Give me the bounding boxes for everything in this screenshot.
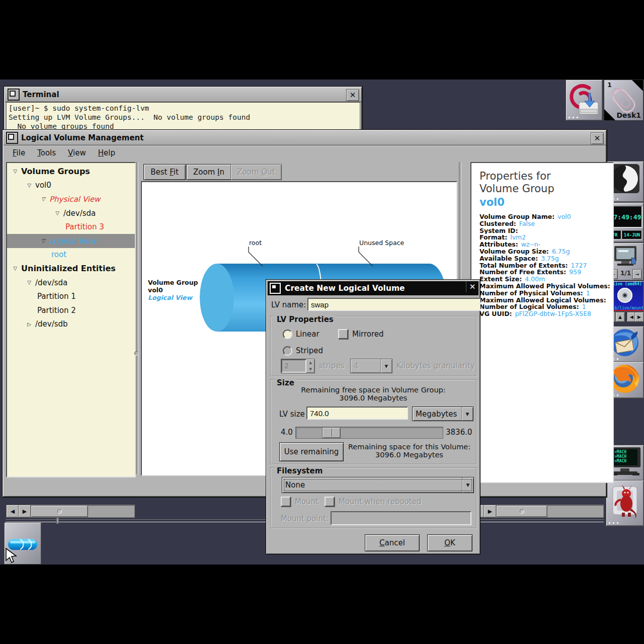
scroll-right-icon[interactable]: ▶ [484, 505, 497, 518]
tree-item[interactable]: ▽ vol0 [7, 179, 135, 193]
property-row: Volume Group Size:6.75g [479, 248, 613, 255]
striped-label[interactable]: Striped [296, 346, 323, 355]
terminal-output[interactable]: [user]~ $ sudo system-config-lvmSetting … [6, 102, 360, 130]
window-menu-icon[interactable] [270, 283, 281, 294]
mount-reboot-checkbox[interactable] [325, 497, 335, 507]
best-fit-button[interactable]: Best Fit [143, 164, 186, 180]
mouse-cursor [5, 547, 18, 565]
tree-item[interactable]: ▽ /dev/sda [7, 276, 135, 290]
property-value: vol0 [557, 213, 571, 220]
lv-properties-frame: LV Properties Linear Mirrored Striped 2 … [270, 316, 476, 376]
zoom-in-button[interactable]: Zoom In [186, 164, 231, 180]
linear-label[interactable]: Linear [296, 330, 319, 339]
expander-icon[interactable]: ▽ [9, 169, 21, 174]
stripes-label: stripes [319, 361, 345, 370]
tree-item-label: Partition 3 [65, 222, 104, 231]
expander-icon[interactable]: ▽ [9, 266, 21, 271]
fvwm-dots [569, 117, 579, 118]
desk-pager[interactable]: 1 Desk1 [604, 79, 643, 121]
clock-date: 14-JUN [622, 230, 642, 239]
scrollbar-thumb[interactable] [496, 505, 547, 517]
scrollbar-thumb[interactable] [31, 505, 88, 517]
tree-item[interactable]: ▽ Logical View [7, 234, 135, 248]
granularity-dropdown[interactable]: 4 ▼ [350, 359, 392, 373]
pager-next-button[interactable]: → [632, 269, 642, 279]
menu-help[interactable]: Help [93, 147, 120, 159]
stripes-spinner[interactable]: 2 ▲▼ [281, 359, 315, 373]
mirrored-checkbox[interactable] [338, 329, 348, 339]
mount-checkbox[interactable] [281, 497, 291, 507]
menu-view[interactable]: View [63, 147, 91, 159]
create-lv-dialog: Create New Logical Volume ✕ LV name: LV … [266, 279, 480, 554]
filesystem-dropdown[interactable]: None ▼ [282, 477, 474, 493]
property-label: Extent Size: [479, 276, 522, 283]
scroll-right-icon[interactable]: ▶ [18, 505, 31, 518]
window-menu-icon[interactable] [6, 132, 18, 144]
expander-icon[interactable]: ▽ [23, 280, 35, 285]
tree-item[interactable]: Partition 1 [7, 289, 135, 303]
mirrored-label[interactable]: Mirrored [352, 330, 384, 339]
terminal-title: Terminal [23, 90, 59, 99]
mount-point-input[interactable] [331, 511, 471, 525]
ok-button[interactable]: OK [427, 534, 472, 551]
panel-eject-button[interactable]: ▲ [615, 312, 625, 322]
lvm-title: Logical Volume Management [21, 133, 143, 142]
cancel-button[interactable]: Cancel [365, 534, 420, 551]
props-hscrollbar[interactable] [496, 505, 604, 518]
lv-size-slider[interactable] [295, 427, 443, 439]
properties-vg-name: vol0 [479, 196, 613, 208]
leader-line [249, 247, 263, 266]
tree-item-label: vol0 [35, 181, 51, 190]
expander-icon[interactable]: ▽ [23, 183, 35, 188]
linear-radio[interactable] [283, 330, 292, 339]
expander-icon[interactable]: ▷ [23, 321, 35, 327]
tree-item[interactable]: Partition 2 [7, 303, 135, 317]
bsd-daemon-button[interactable] [606, 480, 644, 526]
striped-radio[interactable] [283, 346, 292, 356]
window-menu-icon[interactable] [8, 89, 20, 101]
tree-item[interactable]: ▽ /dev/sda [7, 206, 135, 220]
lvm-titlebar[interactable]: Logical Volume Management ✕ [4, 131, 606, 145]
use-remaining-button[interactable]: Use remaining [279, 442, 344, 461]
menu-file[interactable]: File [8, 147, 30, 159]
tree-item[interactable]: ▽ Volume Groups [7, 165, 135, 179]
dialog-titlebar[interactable]: Create New Logical Volume [268, 281, 478, 295]
terminal-titlebar[interactable]: Terminal ✕ [5, 88, 361, 102]
splitter-handle[interactable] [134, 351, 139, 356]
volume-group-caption: Volume Group vol0 Logical View [148, 279, 198, 301]
lv-name-input[interactable] [307, 298, 480, 311]
segment-label-unused[interactable]: Unused Space [359, 239, 404, 247]
panel-right-button[interactable]: ▶ [634, 312, 644, 322]
tree-item-label: /dev/sda [63, 209, 96, 218]
slider-min-label: 4.0 [281, 428, 293, 437]
expander-icon[interactable]: ▽ [51, 210, 63, 216]
close-icon[interactable]: ✕ [466, 281, 478, 292]
zoom-out-button[interactable]: Zoom Out [230, 164, 282, 180]
tree-item[interactable]: Partition 3 [7, 220, 135, 234]
pane-splitter[interactable] [136, 162, 138, 474]
menu-tools[interactable]: Tools [32, 147, 61, 159]
scroll-left-icon[interactable]: ◀ [6, 505, 19, 518]
close-icon[interactable]: ✕ [591, 132, 604, 144]
property-label: Total Number of Extents: [479, 262, 568, 269]
expander-icon[interactable]: ▽ [37, 238, 49, 244]
tree-item[interactable]: ▷ /dev/sdb [7, 317, 135, 332]
tree-item[interactable]: ▽ Uninitialized Entities [7, 262, 135, 276]
property-label: Volume Group Size: [479, 248, 549, 255]
property-row: VG UUID:pFlZGP-dbtw-1FpS-X5E8 [479, 310, 613, 317]
property-label: Number of Free Extents: [479, 269, 566, 276]
segment-label-root[interactable]: root [249, 239, 262, 247]
tree-hscrollbar[interactable] [30, 505, 135, 518]
tree-item[interactable]: ▽ Physical View [7, 192, 135, 206]
close-icon[interactable]: ✕ [346, 89, 359, 101]
debian-install-button[interactable] [566, 79, 603, 121]
property-value: 959 [569, 269, 581, 276]
expander-icon[interactable]: ▽ [37, 196, 49, 202]
cylinder-cap[interactable] [200, 264, 234, 332]
size-frame: Size Remaining free space in Volume Grou… [270, 379, 476, 464]
status-grip[interactable] [56, 518, 59, 524]
size-unit-dropdown[interactable]: Megabytes ▼ [412, 407, 473, 421]
lv-size-input[interactable] [306, 407, 408, 420]
tree-item[interactable]: root [7, 248, 135, 262]
slider-thumb[interactable] [322, 427, 341, 438]
